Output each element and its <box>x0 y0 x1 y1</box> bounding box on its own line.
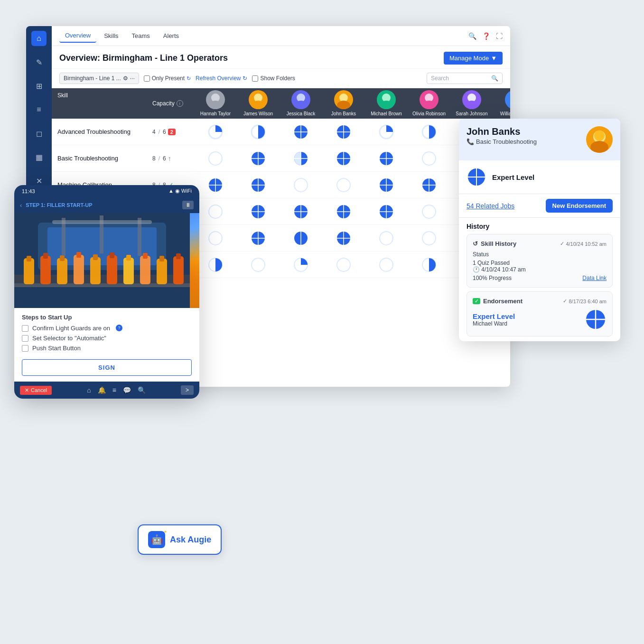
mobile-nav-icons: ⌂ 🔔 ≡ 💬 🔍 <box>87 386 146 394</box>
show-folders-label[interactable]: Show Folders <box>252 75 295 82</box>
data-link[interactable]: Data Link <box>582 275 607 281</box>
mobile-home-nav-icon[interactable]: ⌂ <box>87 386 91 394</box>
cell-basic-olivia[interactable] <box>408 147 450 170</box>
profile-skill: 📞 Basic Troubleshooting <box>467 138 580 145</box>
mobile-back-icon[interactable]: ‹ <box>20 202 22 209</box>
search-box: Search 🔍 <box>427 73 503 84</box>
th-person-william: William Smith <box>493 88 510 119</box>
cell-basic-jessica[interactable] <box>280 147 322 170</box>
cell-machine-jessica[interactable] <box>280 173 322 197</box>
expand-icon[interactable]: ⛶ <box>496 32 503 40</box>
table-row-basic: Basic Troubleshooting 8/6 ↑ <box>52 145 510 172</box>
person-name-hannah: Hannah Taylor <box>200 111 231 117</box>
cell-basic-hannah[interactable] <box>194 147 237 170</box>
person-name-olivia: Olivia Robinson <box>412 111 446 117</box>
capacity-basic: 8/6 ↑ <box>147 151 194 166</box>
cell-advanced-james[interactable] <box>237 120 280 144</box>
location-badge[interactable]: Birmingham - Line 1 ... ⚙ ··· <box>59 73 139 84</box>
cell-advanced-michael[interactable] <box>365 120 408 144</box>
cell-machine-hannah[interactable] <box>194 173 237 197</box>
step-item-2: Set Selector to "Automatic" <box>22 335 192 342</box>
manage-mode-button[interactable]: Manage Mode ▼ <box>444 52 503 65</box>
mobile-cancel-button[interactable]: ✕ Cancel <box>20 386 52 395</box>
mobile-device: 11:43 ▲ ◉ WiFi ‹ STEP 1: FILLER START-UP… <box>14 185 199 399</box>
mobile-chat-icon[interactable]: 💬 <box>123 386 131 394</box>
step-checkbox-3[interactable] <box>22 345 28 352</box>
person-name-michael: Michael Brown <box>371 111 402 117</box>
person-name-james: James Wilson <box>243 111 273 117</box>
cell-machine-james[interactable] <box>237 173 280 197</box>
svg-rect-127 <box>43 253 48 259</box>
cell-machine-michael[interactable] <box>365 173 408 197</box>
step-checkbox-1[interactable] <box>22 325 28 332</box>
mobile-pause-button[interactable]: ⏸ <box>182 201 194 209</box>
tab-alerts[interactable]: Alerts <box>158 29 185 42</box>
steps-title: Steps to Start Up <box>22 314 192 321</box>
history-date-detail: 🕐 4/10/24 10:47 am <box>473 266 607 273</box>
mobile-list-icon[interactable]: ≡ <box>112 386 116 394</box>
sidebar-icon-grid[interactable]: ⊞ <box>31 78 47 93</box>
svg-point-57 <box>294 178 308 192</box>
sidebar-icon-filter[interactable]: ≡ <box>31 102 47 117</box>
mobile-status-bar: 11:43 ▲ ◉ WiFi <box>14 185 199 197</box>
svg-point-45 <box>422 152 436 165</box>
cell-advanced-jessica[interactable] <box>280 120 322 144</box>
svg-point-83 <box>422 205 436 218</box>
cell-machine-olivia[interactable] <box>408 173 450 197</box>
ask-augie-button[interactable]: 🤖 ✦ Ask Augie <box>138 524 222 555</box>
cell-machine-john[interactable] <box>322 173 365 197</box>
svg-point-13 <box>465 101 478 109</box>
help-icon[interactable]: ❓ <box>482 32 490 40</box>
svg-rect-131 <box>76 252 81 258</box>
mobile-forward-button[interactable]: > <box>181 385 194 395</box>
only-present-checkbox[interactable]: Only Present ↻ <box>144 75 191 82</box>
cell-basic-michael[interactable] <box>365 147 408 170</box>
svg-point-106 <box>380 258 393 271</box>
table-row-advanced: Advanced Troubleshooting 4/6 2 <box>52 119 510 145</box>
tab-overview[interactable]: Overview <box>59 29 96 43</box>
step-help-icon-1[interactable]: ? <box>116 325 122 331</box>
sign-button[interactable]: SIGN <box>22 359 192 376</box>
cell-advanced-hannah[interactable] <box>194 120 237 144</box>
svg-point-105 <box>337 258 350 271</box>
sidebar-icon-home[interactable]: ⌂ <box>31 31 47 46</box>
step-checkbox-2[interactable] <box>22 335 28 342</box>
sidebar-icon-chart[interactable]: ▦ <box>31 149 47 165</box>
search-input-icon: 🔍 <box>491 75 498 82</box>
svg-rect-143 <box>176 253 181 259</box>
refresh-button[interactable]: Refresh Overview ↻ <box>196 75 247 82</box>
toolbar: Birmingham - Line 1 ... ⚙ ··· Only Prese… <box>52 69 510 88</box>
mobile-alert-icon[interactable]: 🔔 <box>98 386 106 394</box>
history-status-label: Status <box>473 251 607 258</box>
search-icon[interactable]: 🔍 <box>468 32 476 40</box>
cell-advanced-john[interactable] <box>322 120 365 144</box>
tab-skills[interactable]: Skills <box>98 29 124 42</box>
related-jobs-link[interactable]: 54 Related Jobs <box>467 202 514 210</box>
new-endorsement-button[interactable]: New Endorsement <box>546 199 613 213</box>
svg-rect-129 <box>60 255 65 261</box>
top-nav: Overview Skills Teams Alerts 🔍 ❓ ⛶ <box>52 26 510 46</box>
svg-point-97 <box>380 232 393 245</box>
cell-basic-james[interactable] <box>237 147 280 170</box>
page-header: Overview: Birmingham - Line 1 Operators … <box>52 46 510 69</box>
mobile-search-icon[interactable]: 🔍 <box>138 386 146 394</box>
endorsement-date: ✓ 8/17/23 6:40 am <box>563 298 607 304</box>
svg-point-111 <box>590 141 608 153</box>
capacity-info-icon: i <box>177 100 183 107</box>
th-skill: Skill <box>52 88 147 119</box>
svg-rect-142 <box>173 256 184 284</box>
mobile-image <box>14 213 199 308</box>
profile-card: John Banks 📞 Basic Troubleshooting Exper… <box>459 119 620 341</box>
svg-point-7 <box>337 101 350 109</box>
avatar-michael <box>377 90 396 109</box>
svg-point-58 <box>337 178 350 192</box>
cell-advanced-olivia[interactable] <box>408 120 450 144</box>
svg-rect-124 <box>24 258 34 284</box>
tab-teams[interactable]: Teams <box>126 29 156 42</box>
sidebar-icon-edit[interactable]: ✎ <box>31 55 47 70</box>
svg-point-5 <box>294 101 308 109</box>
sidebar-icon-file[interactable]: ◻ <box>31 126 47 141</box>
mobile-content: Steps to Start Up Confirm Light Guards a… <box>14 308 199 382</box>
svg-point-112 <box>594 131 605 141</box>
cell-basic-john[interactable] <box>322 147 365 170</box>
